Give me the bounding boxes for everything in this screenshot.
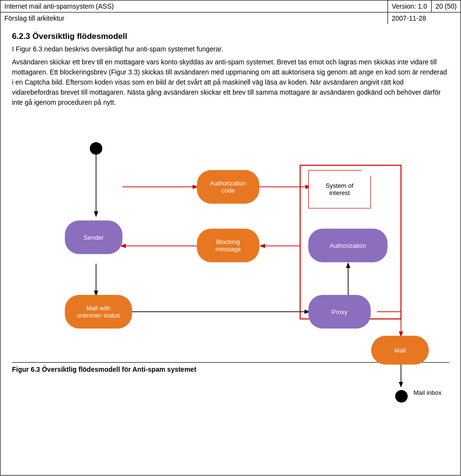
auth-code-node: Authorizationcode [197,170,259,204]
header-version: Version: 1.0 [388,0,432,12]
header-page: 20 (50) [432,0,461,12]
proxy-node: Proxy [308,295,371,329]
page-header: Internet mail anti-spamsystem (ASS) Vers… [0,0,461,24]
header-title: Internet mail anti-spamsystem (ASS) [0,0,388,12]
start-circle-node [90,142,102,155]
body-para1: I Figur 6.3 nedan beskrivs översiktligt … [12,44,449,54]
mail-inbox-label: Mail inbox [413,389,442,396]
end-circle-node [395,390,408,403]
header-date: 2007-11-28 [388,12,461,24]
authorization-node: Authorization [308,229,388,262]
system-of-interest-node: System ofinterest [308,170,371,208]
section-heading: 6.2.3 Översiktlig flödesmodell [12,32,449,41]
mail-node: Mail [371,336,429,365]
header-subtitle: Förslag till arkitektur [0,12,388,24]
sender-node: Sender [65,220,122,254]
body-para2: Avsändaren skickar ett brev till en mott… [12,57,449,108]
diagram-container: Sender Authorizationcode System ofintere… [12,122,449,353]
blocking-message-node: Blockingmessage [197,229,259,262]
mail-unknown-node: Mail withunknown status [65,295,132,329]
main-content: 6.2.3 Översiktlig flödesmodell I Figur 6… [0,24,461,476]
